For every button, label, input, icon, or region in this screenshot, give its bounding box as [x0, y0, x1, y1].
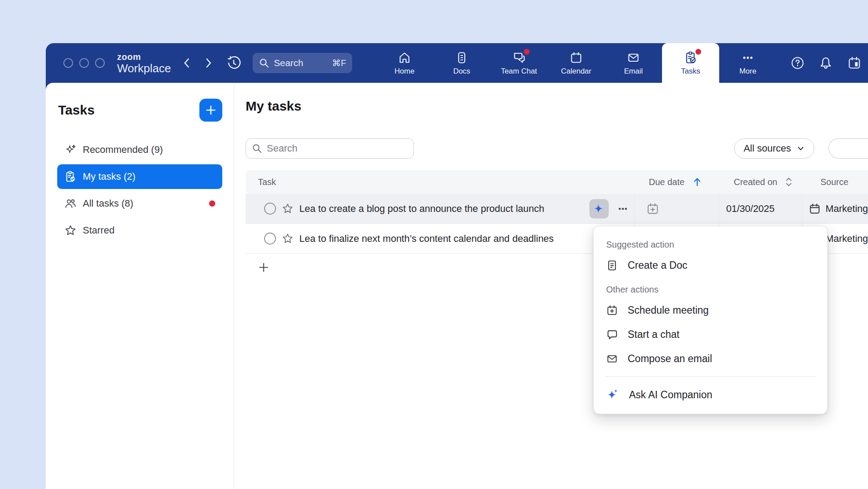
docs-icon — [455, 51, 468, 65]
calendar-source-icon — [809, 203, 821, 215]
all-tasks-badge — [209, 200, 215, 207]
task-search-field[interactable] — [246, 138, 414, 159]
calendar-plus-icon[interactable] — [646, 202, 659, 215]
mail-icon — [606, 353, 618, 365]
desktop: { "colors": { "accent": "#0E72ED", "head… — [0, 0, 868, 489]
column-source: Source — [812, 177, 868, 187]
home-icon — [398, 51, 411, 65]
suggested-actions-menu: Suggested action Create a Doc Other acti… — [593, 226, 828, 414]
history-icon[interactable] — [226, 56, 241, 70]
doc-icon — [606, 259, 618, 271]
email-icon — [627, 51, 640, 65]
nav-tasks-label: Tasks — [681, 67, 700, 76]
search-icon — [252, 143, 262, 154]
logo-zoom-text: zoom — [117, 52, 171, 61]
nav-home[interactable]: Home — [376, 43, 433, 83]
sidebar-item-recommended[interactable]: Recommended (9) — [57, 137, 222, 162]
window-controls[interactable] — [63, 58, 105, 68]
source-filter-dropdown[interactable]: All sources — [734, 138, 814, 159]
source-name: Marketing — [825, 233, 868, 244]
page-title: My tasks — [246, 99, 868, 114]
sidebar-item-label: All tasks (8) — [83, 198, 133, 209]
back-icon[interactable] — [182, 57, 191, 69]
created-on-cell: 01/30/2025 — [720, 194, 802, 223]
nav-docs[interactable]: Docs — [433, 43, 490, 83]
global-search-placeholder: Search — [274, 58, 303, 68]
chat-icon — [606, 329, 618, 341]
sparkle-icon — [64, 144, 77, 156]
task-complete-radio[interactable] — [264, 233, 276, 244]
more-icon — [741, 51, 754, 65]
menu-item-schedule-meeting[interactable]: Schedule meeting — [594, 298, 827, 322]
titlebar: zoom Workplace Search ⌘F — [46, 43, 868, 83]
column-task: Task — [246, 177, 641, 187]
tasks-sidebar: Tasks Recommended (9) My tasks (2) All t… — [46, 83, 234, 489]
notifications-bell-icon[interactable] — [819, 56, 833, 70]
sidebar-item-label: My tasks (2) — [83, 171, 136, 182]
tasks-badge — [695, 49, 701, 55]
nav-team-chat-label: Team Chat — [501, 67, 537, 76]
sort-toggle-icon[interactable] — [783, 176, 794, 188]
row-more-icon[interactable] — [617, 203, 629, 215]
menu-item-create-doc[interactable]: Create a Doc — [594, 253, 827, 278]
menu-item-start-chat[interactable]: Start a chat — [594, 322, 827, 347]
nav-more[interactable]: More — [719, 43, 776, 83]
table-header-row: Task Due date Created on Source — [246, 170, 868, 194]
nav-calendar[interactable]: Calendar — [548, 43, 605, 83]
nav-calendar-label: Calendar — [561, 67, 592, 76]
task-title: Lea to finalize next month’s content cal… — [299, 233, 554, 244]
tasks-icon — [684, 51, 698, 65]
star-icon[interactable] — [282, 233, 294, 244]
nav-email[interactable]: Email — [605, 43, 662, 83]
menu-section-label: Suggested action — [594, 236, 827, 253]
sidebar-item-label: Starred — [83, 225, 114, 236]
add-task-plus-icon[interactable] — [258, 262, 269, 273]
menu-section-label: Other actions — [594, 281, 827, 298]
filter-dropdown-partial[interactable] — [828, 138, 868, 159]
nav-team-chat[interactable]: Team Chat — [490, 43, 548, 83]
sidebar-item-all-tasks[interactable]: All tasks (8) — [57, 191, 222, 216]
calendar-icon — [570, 51, 583, 65]
sidebar-item-my-tasks[interactable]: My tasks (2) — [57, 164, 222, 189]
menu-item-compose-email[interactable]: Compose an email — [594, 347, 827, 371]
plus-icon — [205, 104, 217, 116]
search-icon — [259, 58, 269, 68]
chevron-down-icon — [796, 144, 805, 153]
column-due-date[interactable]: Due date — [641, 176, 728, 188]
team-chat-icon — [512, 51, 526, 65]
task-search-input[interactable] — [267, 143, 399, 154]
calendar-plus-icon — [606, 304, 618, 316]
help-icon[interactable] — [791, 56, 805, 70]
global-search-input[interactable]: Search ⌘F — [253, 53, 352, 73]
search-shortcut-hint: ⌘F — [332, 58, 346, 68]
nav-tasks[interactable]: Tasks — [662, 43, 719, 83]
task-list-icon — [64, 170, 77, 183]
source-name: Marketing — [825, 203, 868, 215]
menu-item-ask-ai-companion[interactable]: Ask AI Companion — [594, 382, 827, 408]
people-icon — [64, 197, 77, 210]
zoom-workplace-logo: zoom Workplace — [117, 52, 171, 74]
new-task-button[interactable] — [199, 99, 222, 122]
window-close-button[interactable] — [63, 58, 73, 68]
window-minimize-button[interactable] — [79, 58, 89, 68]
nav-home-label: Home — [394, 67, 414, 76]
source-cell: Marketing — [802, 194, 868, 223]
table-row[interactable]: Lea to create a blog post to announce th… — [246, 194, 868, 224]
sort-ascending-icon[interactable] — [691, 176, 703, 188]
nav-more-label: More — [739, 67, 757, 76]
column-created-on[interactable]: Created on — [728, 176, 812, 188]
sidebar-item-label: Recommended (9) — [83, 144, 163, 156]
menu-divider — [605, 376, 816, 377]
forward-icon[interactable] — [204, 57, 213, 69]
task-complete-radio[interactable] — [264, 203, 276, 215]
star-icon[interactable] — [282, 203, 294, 215]
due-date-cell[interactable] — [634, 194, 720, 223]
source-filter-value: All sources — [743, 143, 791, 154]
window-zoom-button[interactable] — [95, 58, 105, 68]
ai-companion-button[interactable] — [589, 199, 609, 219]
logo-workplace-text: Workplace — [117, 63, 171, 74]
sidebar-item-starred[interactable]: Starred — [57, 218, 222, 243]
nav-docs-label: Docs — [453, 67, 471, 76]
schedule-calendar-icon[interactable] — [847, 56, 862, 70]
app-nav: Home Docs Team Chat Calendar — [376, 43, 776, 83]
